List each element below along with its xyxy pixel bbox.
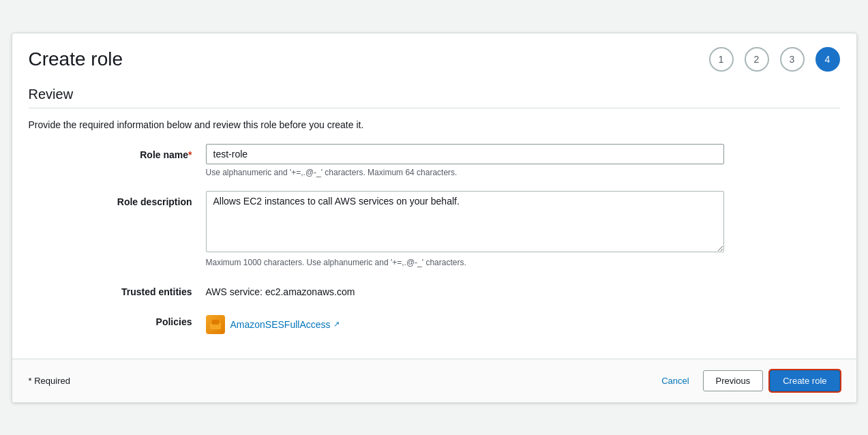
description-text: Provide the required information below a… <box>29 119 840 130</box>
svg-rect-2 <box>210 322 221 323</box>
create-role-modal: Create role 1 2 3 4 Review Provide the r… <box>12 33 857 403</box>
step-2: 2 <box>745 47 769 72</box>
modal-header: Create role 1 2 3 4 <box>12 33 856 81</box>
footer-actions: Cancel Previous Create role <box>655 370 839 391</box>
section-title: Review <box>29 81 840 102</box>
role-name-label: Role name* <box>29 144 206 160</box>
role-name-hint: Use alphanumeric and '+=,.@-_' character… <box>206 168 724 177</box>
role-description-hint: Maximum 1000 characters. Use alphanumeri… <box>206 258 724 267</box>
role-name-input[interactable] <box>206 144 724 164</box>
step-3: 3 <box>780 47 805 72</box>
trusted-entities-row: Trusted entities AWS service: ec2.amazon… <box>29 281 840 297</box>
policy-link[interactable]: AmazonSESFullAccess ↗ <box>230 319 340 330</box>
policies-row: Policies AmazonSESFullAccess ↗ <box>29 311 840 334</box>
role-name-control: Use alphanumeric and '+=,.@-_' character… <box>206 144 724 177</box>
role-description-control: Allows EC2 instances to call AWS service… <box>206 191 724 267</box>
role-description-row: Role description Allows EC2 instances to… <box>29 191 840 267</box>
cancel-button[interactable]: Cancel <box>655 371 695 391</box>
trusted-entities-value: AWS service: ec2.amazonaws.com <box>206 281 724 297</box>
modal-footer: * Required Cancel Previous Create role <box>12 359 856 402</box>
previous-button[interactable]: Previous <box>703 370 764 391</box>
section-divider <box>29 108 840 108</box>
role-description-textarea[interactable]: Allows EC2 instances to call AWS service… <box>206 191 724 252</box>
step-1: 1 <box>709 47 734 72</box>
policies-value: AmazonSESFullAccess ↗ <box>206 311 724 334</box>
trusted-entities-label: Trusted entities <box>29 281 206 297</box>
steps-indicator: 1 2 3 4 <box>709 47 840 72</box>
policy-name: AmazonSESFullAccess <box>230 319 331 330</box>
modal-body: Review Provide the required information … <box>12 81 856 359</box>
external-link-icon: ↗ <box>333 320 340 329</box>
modal-title: Create role <box>29 48 123 70</box>
policy-item: AmazonSESFullAccess ↗ <box>206 311 724 334</box>
required-note: * Required <box>29 376 70 386</box>
policies-label: Policies <box>29 311 206 327</box>
role-description-label: Role description <box>29 191 206 207</box>
step-4: 4 <box>815 47 840 72</box>
create-role-button[interactable]: Create role <box>770 370 839 391</box>
policy-icon <box>206 315 225 334</box>
trusted-entities-text: AWS service: ec2.amazonaws.com <box>206 281 724 297</box>
required-star: * <box>188 149 192 160</box>
role-name-row: Role name* Use alphanumeric and '+=,.@-_… <box>29 144 840 177</box>
